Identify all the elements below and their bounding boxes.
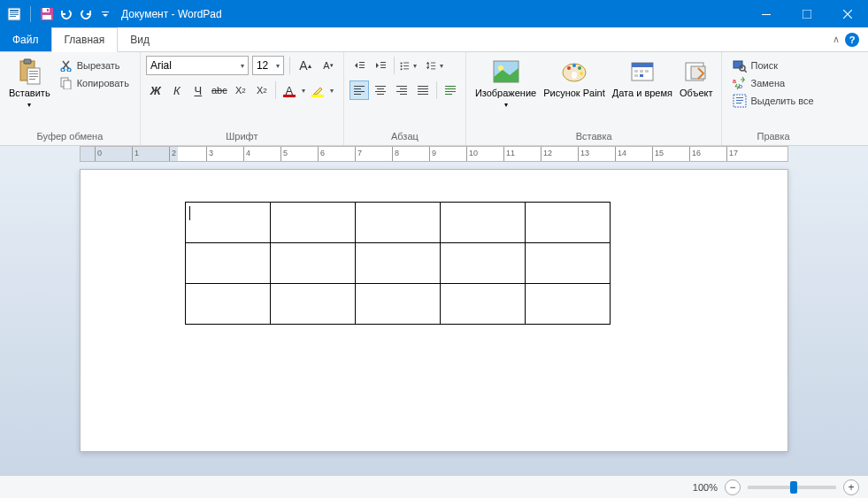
paragraph-dialog-button[interactable] <box>441 80 460 100</box>
bullets-button[interactable]: ▾ <box>398 56 418 75</box>
table-cell[interactable] <box>356 284 441 325</box>
svg-rect-8 <box>47 9 49 11</box>
tab-file[interactable]: Файл <box>0 27 51 51</box>
svg-rect-3 <box>10 14 19 15</box>
group-insert: Изображение▾ Рисунок Paint Дата и время … <box>466 52 723 145</box>
insert-paint-button[interactable]: Рисунок Paint <box>540 56 609 100</box>
undo-icon[interactable] <box>59 7 73 21</box>
svg-point-31 <box>400 68 402 70</box>
tab-view[interactable]: Вид <box>118 27 163 51</box>
paste-button[interactable]: Вставить▾ <box>5 56 54 111</box>
svg-rect-41 <box>354 91 365 92</box>
bold-button[interactable]: Ж <box>146 80 165 100</box>
svg-point-29 <box>400 62 402 64</box>
svg-rect-72 <box>634 74 638 77</box>
zoom-out-button[interactable]: − <box>725 479 741 495</box>
ribbon: Вставить▾ Вырезать Копировать Буфер обме… <box>0 52 868 146</box>
decrease-indent-button[interactable] <box>350 56 369 75</box>
svg-rect-44 <box>377 88 384 89</box>
ruler[interactable]: 32101234567891011121314151617 <box>80 146 788 162</box>
group-clipboard: Вставить▾ Вырезать Копировать Буфер обме… <box>0 52 141 145</box>
svg-rect-49 <box>396 91 407 92</box>
table-cell[interactable] <box>271 284 356 325</box>
cut-button[interactable]: Вырезать <box>56 57 133 73</box>
table-cell[interactable] <box>186 284 271 325</box>
minimize-button[interactable] <box>746 0 787 27</box>
font-color-button[interactable]: A▾ <box>280 80 299 100</box>
close-button[interactable] <box>827 0 868 27</box>
svg-rect-57 <box>445 91 456 92</box>
increase-indent-button[interactable] <box>371 56 390 75</box>
zoom-slider[interactable] <box>748 486 836 489</box>
table-cell[interactable] <box>441 203 526 243</box>
underline-button[interactable]: Ч <box>188 80 208 100</box>
table-cell[interactable] <box>441 243 526 284</box>
svg-rect-36 <box>431 63 435 64</box>
zoom-level: 100% <box>693 482 718 493</box>
quick-access-toolbar <box>7 6 112 22</box>
svg-rect-34 <box>403 68 409 69</box>
shrink-font-button[interactable]: A▾ <box>319 56 338 75</box>
copy-icon <box>59 76 73 90</box>
qat-dropdown-icon[interactable] <box>98 7 112 21</box>
table-cell[interactable] <box>271 203 356 243</box>
superscript-button[interactable]: X2 <box>252 80 272 100</box>
replace-button[interactable]: ab Замена <box>729 75 817 91</box>
table-cell[interactable] <box>441 284 526 325</box>
document-table[interactable] <box>185 202 611 325</box>
title-bar: Документ - WordPad <box>0 0 868 27</box>
redo-icon[interactable] <box>79 7 93 21</box>
document-page[interactable] <box>80 169 788 452</box>
insert-object-button[interactable]: Объект <box>676 56 716 100</box>
svg-rect-4 <box>10 16 16 17</box>
svg-rect-2 <box>10 12 19 13</box>
table-cell[interactable] <box>526 243 611 284</box>
svg-rect-42 <box>354 94 361 95</box>
table-cell[interactable] <box>526 203 611 243</box>
table-cell[interactable] <box>186 203 271 243</box>
svg-rect-26 <box>380 62 386 63</box>
ribbon-collapse-icon[interactable]: ∧ <box>833 34 840 45</box>
insert-image-button[interactable]: Изображение▾ <box>472 56 540 111</box>
svg-rect-70 <box>640 70 643 73</box>
insert-datetime-button[interactable]: Дата и время <box>609 56 676 100</box>
svg-rect-82 <box>736 100 743 101</box>
save-icon[interactable] <box>40 7 54 21</box>
svg-rect-1 <box>10 10 19 11</box>
font-name-select[interactable]: Arial▾ <box>146 56 249 75</box>
copy-button[interactable]: Копировать <box>56 75 133 91</box>
highlight-button[interactable]: ▾ <box>308 80 327 100</box>
line-spacing-button[interactable]: ▾ <box>425 56 444 75</box>
strikethrough-button[interactable]: abc <box>210 80 229 100</box>
svg-rect-16 <box>29 73 38 74</box>
svg-text:a: a <box>733 78 736 84</box>
justify-button[interactable] <box>413 80 433 100</box>
table-cell[interactable] <box>186 243 271 284</box>
font-size-select[interactable]: 12▾ <box>252 56 284 75</box>
maximize-button[interactable] <box>787 0 827 27</box>
svg-rect-46 <box>377 94 384 95</box>
svg-rect-11 <box>803 10 811 19</box>
grow-font-button[interactable]: A▴ <box>296 56 315 75</box>
table-cell[interactable] <box>356 243 441 284</box>
align-left-button[interactable] <box>350 80 369 100</box>
svg-rect-10 <box>762 14 771 15</box>
table-cell[interactable] <box>356 203 441 243</box>
help-icon[interactable]: ? <box>845 33 859 47</box>
svg-rect-51 <box>418 86 428 87</box>
svg-rect-39 <box>354 86 365 87</box>
svg-rect-76 <box>734 61 742 68</box>
svg-rect-48 <box>400 88 407 89</box>
align-center-button[interactable] <box>371 80 390 100</box>
align-right-button[interactable] <box>392 80 411 100</box>
find-button[interactable]: Поиск <box>729 57 817 73</box>
italic-button[interactable]: К <box>167 80 187 100</box>
subscript-button[interactable]: X2 <box>231 80 250 100</box>
svg-rect-25 <box>359 67 365 68</box>
zoom-in-button[interactable]: + <box>843 479 859 495</box>
table-cell[interactable] <box>271 243 356 284</box>
tab-home[interactable]: Главная <box>51 27 119 52</box>
svg-rect-81 <box>736 97 743 98</box>
selectall-button[interactable]: Выделить все <box>729 93 817 109</box>
table-cell[interactable] <box>526 284 611 325</box>
